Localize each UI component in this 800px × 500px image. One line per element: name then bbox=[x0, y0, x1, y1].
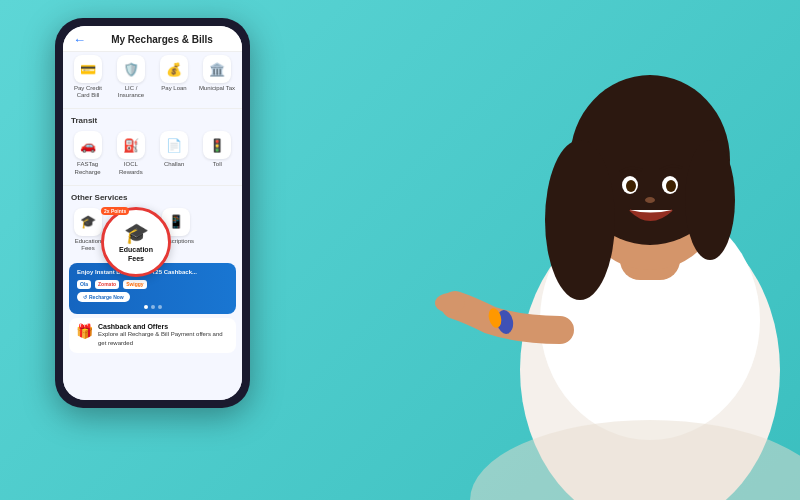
recharge-refresh-icon: ↺ bbox=[83, 294, 87, 300]
pay-loan-item[interactable]: 💰 Pay Loan bbox=[153, 52, 195, 102]
phone-body: ← My Recharges & Bills 💳 Pay Credit Card… bbox=[55, 18, 250, 408]
cashback-title: Cashback and Offers bbox=[98, 323, 229, 330]
challan-label: Challan bbox=[164, 161, 184, 168]
svg-point-11 bbox=[645, 197, 655, 203]
points-badge: 2x Points bbox=[101, 207, 129, 215]
back-arrow-icon[interactable]: ← bbox=[73, 32, 86, 47]
municipal-tax-icon: 🏛️ bbox=[203, 55, 231, 83]
dot-2 bbox=[151, 305, 155, 309]
fastag-icon: 🚗 bbox=[74, 131, 102, 159]
svg-point-12 bbox=[435, 293, 465, 313]
pay-credit-card-icon: 💳 bbox=[74, 55, 102, 83]
divider-1 bbox=[63, 108, 242, 109]
education-fees-icon: 🎓 bbox=[74, 208, 102, 236]
pay-loan-icon: 💰 bbox=[160, 55, 188, 83]
toll-label: Toll bbox=[213, 161, 222, 168]
promo-dots bbox=[77, 305, 228, 309]
svg-point-5 bbox=[545, 140, 615, 300]
phone-screen: ← My Recharges & Bills 💳 Pay Credit Card… bbox=[63, 26, 242, 400]
fastag-label: FASTag Recharge bbox=[69, 161, 106, 175]
lic-insurance-item[interactable]: 🛡️ LIC / Insurance bbox=[110, 52, 152, 102]
recharge-now-label: Recharge Now bbox=[89, 294, 124, 300]
toll-item[interactable]: 🚦 Toll bbox=[197, 128, 238, 178]
fastag-item[interactable]: 🚗 FASTag Recharge bbox=[67, 128, 108, 178]
girl-image bbox=[320, 0, 800, 500]
municipal-tax-item[interactable]: 🏛️ Municipal Tax bbox=[196, 52, 238, 102]
iocl-label: IOCL Rewards bbox=[112, 161, 149, 175]
svg-point-6 bbox=[685, 140, 735, 260]
other-services-label: Other Services bbox=[63, 188, 242, 205]
toll-icon: 🚦 bbox=[203, 131, 231, 159]
divider-2 bbox=[63, 185, 242, 186]
payment-icons-grid: 💳 Pay Credit Card Bill 🛡️ LIC / Insuranc… bbox=[63, 52, 242, 106]
svg-point-9 bbox=[626, 180, 636, 192]
phone-content: 💳 Pay Credit Card Bill 🛡️ LIC / Insuranc… bbox=[63, 52, 242, 400]
lic-insurance-icon: 🛡️ bbox=[117, 55, 145, 83]
cashback-text-block: Cashback and Offers Explore all Recharge… bbox=[98, 323, 229, 348]
pay-credit-card-label: Pay Credit Card Bill bbox=[69, 85, 107, 99]
pay-loan-label: Pay Loan bbox=[161, 85, 186, 92]
dot-3 bbox=[158, 305, 162, 309]
app-title: My Recharges & Bills bbox=[92, 34, 232, 45]
cashback-description: Explore all Recharge & Bill Payment offe… bbox=[98, 330, 229, 348]
challan-icon: 📄 bbox=[160, 131, 188, 159]
phone-mockup: ← My Recharges & Bills 💳 Pay Credit Card… bbox=[55, 18, 250, 408]
transit-section-label: Transit bbox=[63, 111, 242, 128]
dot-1 bbox=[144, 305, 148, 309]
challan-item[interactable]: 📄 Challan bbox=[154, 128, 195, 178]
municipal-tax-label: Municipal Tax bbox=[199, 85, 235, 92]
cashback-gift-icon: 🎁 bbox=[76, 323, 93, 339]
highlight-graduation-icon: 🎓 bbox=[124, 221, 149, 245]
svg-point-10 bbox=[666, 180, 676, 192]
other-services-grid: 🎓 Education Fees 📱 Subscriptions 2x Poin… bbox=[63, 205, 242, 259]
phone-topbar: ← My Recharges & Bills bbox=[63, 26, 242, 52]
education-highlight-circle[interactable]: 2x Points 🎓 EducationFees bbox=[101, 207, 171, 277]
transit-icons-grid: 🚗 FASTag Recharge ⛽ IOCL Rewards 📄 Chall… bbox=[63, 128, 242, 182]
recharge-now-button[interactable]: ↺ Recharge Now bbox=[77, 292, 130, 302]
iocl-item[interactable]: ⛽ IOCL Rewards bbox=[110, 128, 151, 178]
lic-insurance-label: LIC / Insurance bbox=[112, 85, 150, 99]
highlight-label: EducationFees bbox=[119, 245, 153, 263]
cashback-section[interactable]: 🎁 Cashback and Offers Explore all Rechar… bbox=[69, 318, 236, 353]
iocl-icon: ⛽ bbox=[117, 131, 145, 159]
pay-credit-card-item[interactable]: 💳 Pay Credit Card Bill bbox=[67, 52, 109, 102]
